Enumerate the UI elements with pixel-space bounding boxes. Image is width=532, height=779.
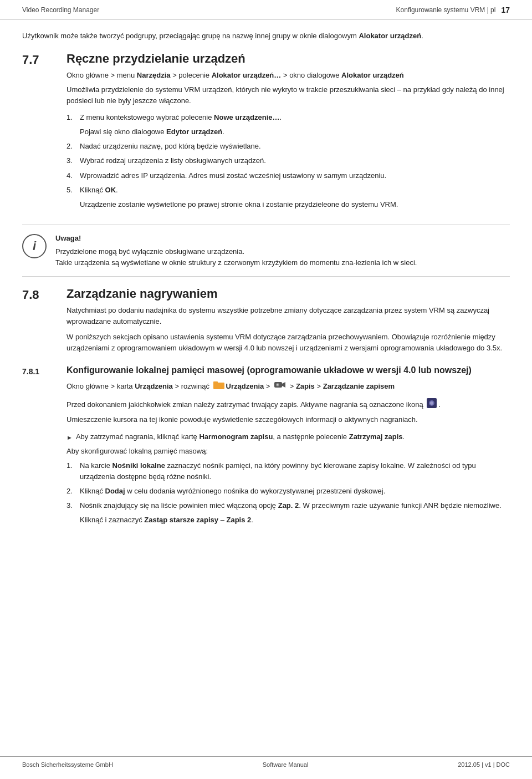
info-line-1: Przydzielone mogą być wyłącznie obsługiw… [55, 246, 510, 257]
section-7-8-1-body: Okno główne > karta Urządzenia > rozwiną… [66, 380, 510, 526]
section-7-8-1-steps: 1. Na karcie Nośniki lokalne zaznaczyć n… [66, 460, 510, 526]
section-7-7-content: Ręczne przydzielanie urządzeń Okno główn… [66, 52, 510, 213]
after-arrow-text: Aby skonfigurować lokalną pamięć masową: [66, 446, 510, 457]
svg-rect-2 [213, 383, 224, 389]
page-header: Video Recording Manager Konfigurowanie s… [0, 0, 532, 19]
svg-marker-4 [282, 382, 285, 388]
section-7-8: 7.8 Zarządzanie nagrywaniem Natychmiast … [22, 287, 510, 354]
camera-icon [274, 380, 286, 393]
arrow-list: ► Aby zatrzymać nagrania, kliknąć kartę … [66, 431, 510, 442]
svg-point-9 [430, 401, 433, 405]
section-7-7-path: Okno główne > menu Narzędzia > polecenie… [66, 70, 510, 81]
list-item: Kliknąć i zaznaczyć Zastąp starsze zapis… [66, 515, 510, 526]
svg-point-6 [277, 384, 279, 386]
main-content: Użytkownik może także tworzyć podgrupy, … [0, 19, 532, 552]
section-7-7-body: Okno główne > menu Narzędzia > polecenie… [66, 70, 510, 210]
section-7-7-description: Umożliwia przydzielenie do systemu VRM u… [66, 84, 510, 106]
section-7-7: 7.7 Ręczne przydzielanie urządzeń Okno g… [22, 52, 510, 213]
page-footer: Bosch Sicherheitssysteme GmbH Software M… [0, 756, 532, 772]
info-line-2: Takie urządzenia są wyświetlane w oknie … [55, 257, 510, 268]
list-item: 2. Nadać urządzeniu nazwę, pod którą będ… [66, 141, 510, 152]
intro-paragraph: Użytkownik może także tworzyć podgrupy, … [22, 30, 510, 42]
section-7-8-title: Zarządzanie nagrywaniem [66, 287, 510, 301]
section-7-8-1-content: Konfigurowanie lokalnej pamięci masowej … [66, 365, 510, 529]
header-chapter: Konfigurowanie systemu VRM | pl 17 [396, 6, 510, 14]
section-7-8-content: Zarządzanie nagrywaniem Natychmiast po d… [66, 287, 510, 354]
section-7-8-1-number: 7.8.1 [22, 365, 66, 529]
info-content: Uwaga! Przydzielone mogą być wyłącznie o… [55, 233, 510, 268]
folder-icon [213, 380, 224, 393]
section-7-7-title: Ręczne przydzielanie urządzeń [66, 52, 510, 66]
list-item: 4. Wprowadzić adres IP urządzenia. Adres… [66, 170, 510, 181]
arrow-list-item: ► Aby zatrzymać nagrania, kliknąć kartę … [66, 431, 510, 442]
footer-version: 2012.05 | v1 | DOC [458, 761, 510, 768]
section-7-8-1-path: Okno główne > karta Urządzenia > rozwiną… [66, 380, 510, 393]
list-item: 3. Nośnik znajdujący się na liście powin… [66, 500, 510, 511]
info-icon: i [22, 234, 47, 258]
list-item: Urządzenie zostanie wyświetlone po prawe… [66, 199, 510, 210]
list-item: 2. Kliknąć Dodaj w celu dodania wyróżnio… [66, 486, 510, 497]
intro-bold: Alokator urządzeń [359, 32, 421, 40]
list-item: 3. Wybrać rodzaj urządzenia z listy obsł… [66, 155, 510, 166]
section-7-8-1-note2: Umieszczenie kursora na tej ikonie powod… [66, 414, 510, 425]
section-7-7-number: 7.7 [22, 52, 66, 213]
list-item: 1. Na karcie Nośniki lokalne zaznaczyć n… [66, 460, 510, 482]
header-chapter-text: Konfigurowanie systemu VRM | pl [396, 6, 496, 14]
header-app-title: Video Recording Manager [22, 6, 99, 14]
section-7-7-steps: 1. Z menu kontekstowego wybrać polecenie… [66, 112, 510, 210]
section-7-8-1: 7.8.1 Konfigurowanie lokalnej pamięci ma… [22, 365, 510, 529]
section-7-8-body: Natychmiast po dodaniu nadajnika do syst… [66, 305, 510, 354]
section-7-8-number: 7.8 [22, 287, 66, 354]
info-box: i Uwaga! Przydzielone mogą być wyłącznie… [22, 225, 510, 277]
section-7-8-1-note1: Przed dokonaniem jakichkolwiek zmian nal… [66, 398, 510, 412]
list-item: Pojawi się okno dialogowe Edytor urządze… [66, 126, 510, 138]
arrow-list-text: Aby zatrzymać nagrania, kliknąć kartę Ha… [76, 431, 405, 442]
info-title: Uwaga! [55, 233, 510, 244]
footer-doc-type: Software Manual [263, 761, 309, 768]
footer-company: Bosch Sicherheitssysteme GmbH [22, 761, 113, 768]
section-7-8-body1: Natychmiast po dodaniu nadajnika do syst… [66, 305, 510, 327]
rec-icon [426, 398, 437, 412]
list-item: 1. Z menu kontekstowego wybrać polecenie… [66, 112, 510, 123]
section-7-8-1-title: Konfigurowanie lokalnej pamięci masowej … [66, 365, 510, 376]
list-item: 5. Kliknąć OK. [66, 185, 510, 196]
arrow-bullet-icon: ► [66, 433, 73, 442]
header-page-number: 17 [501, 6, 510, 14]
section-7-8-body2: W poniższych sekcjach opisano ustawienia… [66, 332, 510, 354]
